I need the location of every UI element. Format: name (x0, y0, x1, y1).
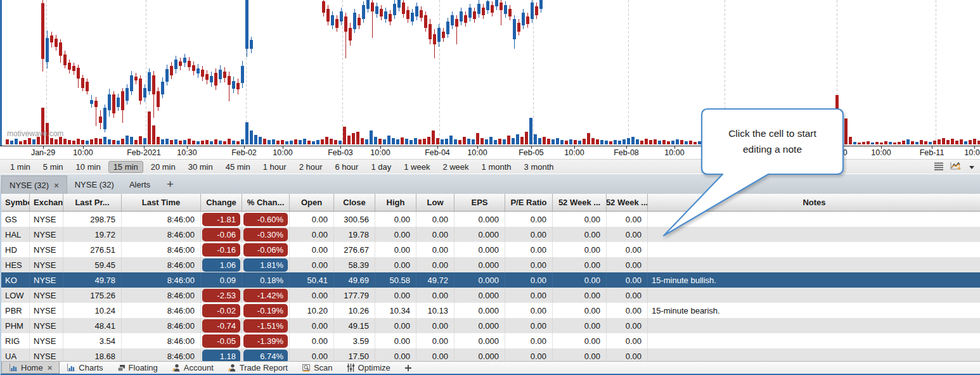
cell-pe_ratio[interactable]: 0.00 (505, 242, 553, 257)
cell-last_price[interactable]: 175.26 (63, 288, 122, 303)
cell-pct_change[interactable]: 1.81% (242, 257, 290, 272)
cell-symbol[interactable]: KO (1, 272, 30, 288)
table-row-KO[interactable]: KONYSE49.788:46:000.090.18%50.4149.6950.… (1, 272, 980, 288)
cell-close[interactable]: 19.78 (334, 227, 375, 242)
cell-last_price[interactable]: 3.54 (63, 333, 122, 348)
cell-notes[interactable] (648, 288, 980, 303)
add-page-button[interactable] (397, 362, 422, 374)
cell-low[interactable]: 0.00 (416, 212, 455, 227)
close-icon[interactable]: × (48, 363, 53, 372)
cell-exchange[interactable]: NYSE (30, 272, 63, 288)
cell-high[interactable]: 0.00 (375, 242, 416, 257)
cell-pct_change[interactable]: -0.30% (242, 227, 290, 242)
cell-pe_ratio[interactable]: 0.00 (505, 257, 553, 272)
cell-pct_change[interactable]: 6.74% (242, 348, 290, 361)
cell-close[interactable]: 276.67 (334, 242, 375, 257)
cell-wk52_b[interactable]: 0.00 (607, 318, 648, 333)
cell-high[interactable]: 0.00 (375, 288, 416, 303)
column-header-eps[interactable]: EPS (455, 194, 505, 211)
timeframe-45-min[interactable]: 45 min (221, 161, 255, 173)
cell-pct_change[interactable]: -0.06% (242, 242, 290, 257)
cell-eps[interactable]: 0.000 (455, 227, 505, 242)
cell-last_price[interactable]: 298.75 (63, 212, 122, 227)
cell-exchange[interactable]: NYSE (30, 333, 63, 348)
cell-pe_ratio[interactable]: 0.00 (505, 303, 553, 318)
cell-eps[interactable]: 0.000 (455, 333, 505, 348)
timeframe-10-min[interactable]: 10 min (71, 161, 106, 173)
timeframe-5-min[interactable]: 5 min (38, 161, 68, 173)
timeframe-2-hour[interactable]: 2 hour (294, 161, 328, 173)
cell-last_time[interactable]: 8:46:00 (122, 257, 201, 272)
menu-icon[interactable] (934, 162, 944, 173)
cell-wk52_b[interactable]: 0.00 (607, 227, 648, 242)
cell-change[interactable]: -0.06 (201, 227, 242, 242)
cell-pct_change[interactable]: 0.18% (242, 272, 290, 288)
cell-eps[interactable]: 0.000 (455, 272, 505, 288)
page-tab-charts[interactable]: Charts (60, 362, 110, 374)
cell-low[interactable]: 0.00 (416, 318, 455, 333)
cell-exchange[interactable]: NYSE (30, 212, 63, 227)
cell-wk52_b[interactable]: 0.00 (607, 333, 648, 348)
cell-change[interactable]: -0.74 (201, 318, 242, 333)
cell-open[interactable]: 0.00 (290, 288, 334, 303)
cell-pe_ratio[interactable]: 0.00 (505, 288, 553, 303)
column-header-close[interactable]: Close (334, 194, 375, 211)
cell-low[interactable]: 0.00 (416, 242, 455, 257)
cell-wk52_a[interactable]: 0.00 (553, 272, 607, 288)
cell-change[interactable]: -1.81 (201, 212, 242, 227)
cell-exchange[interactable]: NYSE (30, 288, 63, 303)
cell-pe_ratio[interactable]: 0.00 (505, 318, 553, 333)
cell-change[interactable]: -0.05 (201, 333, 242, 348)
cell-last_price[interactable]: 48.41 (63, 318, 122, 333)
cell-eps[interactable]: 0.000 (455, 212, 505, 227)
column-header-low[interactable]: Low (416, 194, 455, 211)
cell-last_time[interactable]: 8:46:00 (122, 318, 201, 333)
cell-symbol[interactable]: HAL (1, 227, 30, 242)
cell-low[interactable]: 49.72 (416, 272, 455, 288)
add-study-icon[interactable] (950, 161, 964, 174)
cell-pct_change[interactable]: -0.60% (242, 212, 290, 227)
timeframe-20-min[interactable]: 20 min (146, 161, 181, 173)
column-header-wk52_a[interactable]: 52 Week ... (553, 194, 607, 211)
cell-pct_change[interactable]: -0.19% (242, 303, 290, 318)
cell-notes[interactable]: 15-minute bearish. (648, 303, 980, 318)
cell-change[interactable]: -0.02 (201, 303, 242, 318)
page-tab-optimize[interactable]: Optimize (340, 362, 397, 374)
page-tab-account[interactable]: Account (165, 362, 221, 374)
cell-change[interactable]: -0.16 (201, 242, 242, 257)
cell-high[interactable]: 10.34 (375, 303, 416, 318)
cell-close[interactable]: 300.56 (334, 212, 375, 227)
cell-symbol[interactable]: PHM (1, 318, 30, 333)
column-header-change[interactable]: Change (201, 194, 242, 211)
cell-pct_change[interactable]: -1.39% (242, 333, 290, 348)
cell-notes[interactable] (648, 318, 980, 333)
cell-high[interactable]: 0.00 (375, 212, 416, 227)
cell-symbol[interactable]: UA (1, 348, 30, 361)
column-header-last_price[interactable]: Last Pr... (63, 194, 122, 211)
cell-notes[interactable] (648, 257, 980, 272)
cell-close[interactable]: 49.69 (334, 272, 375, 288)
timeframe-1-hour[interactable]: 1 hour (258, 161, 292, 173)
cell-change[interactable]: 1.06 (201, 257, 242, 272)
cell-pe_ratio[interactable]: 0.00 (505, 333, 553, 348)
column-header-high[interactable]: High (375, 194, 416, 211)
close-icon[interactable]: × (54, 181, 59, 190)
cell-last_time[interactable]: 8:46:00 (122, 288, 201, 303)
cell-close[interactable]: 58.39 (334, 257, 375, 272)
time-axis[interactable]: Jan-2910:00Feb-202110:30Feb-0210:00Feb-0… (0, 146, 980, 159)
cell-high[interactable]: 0.00 (375, 348, 416, 361)
cell-notes[interactable] (648, 212, 980, 227)
cell-high[interactable]: 0.00 (375, 318, 416, 333)
cell-change[interactable]: 0.09 (201, 272, 242, 288)
timeframe-6-hour[interactable]: 6 hour (330, 161, 364, 173)
cell-wk52_b[interactable]: 0.00 (607, 272, 648, 288)
cell-close[interactable]: 10.26 (334, 303, 375, 318)
cell-open[interactable]: 0.00 (290, 227, 334, 242)
cell-symbol[interactable]: LOW (1, 288, 30, 303)
candlestick-chart[interactable]: motivewave.com (0, 0, 980, 146)
page-tab-home[interactable]: Home× (1, 362, 60, 374)
cell-eps[interactable]: 0.000 (455, 242, 505, 257)
cell-last_time[interactable]: 8:46:00 (122, 272, 201, 288)
cell-wk52_a[interactable]: 0.00 (553, 288, 607, 303)
timeframe-1-week[interactable]: 1 week (399, 161, 435, 173)
